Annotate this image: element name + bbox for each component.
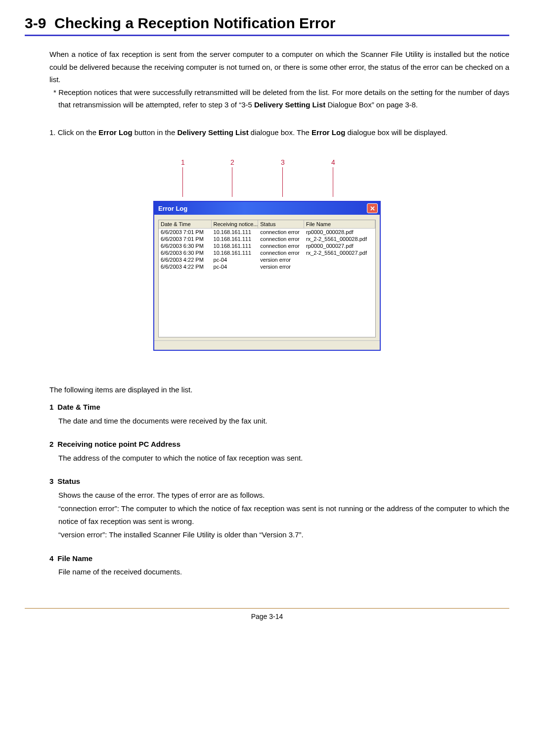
col-date-time[interactable]: Date & Time — [159, 220, 212, 228]
col-status[interactable]: Status — [258, 220, 304, 228]
table-cell: 10.168.161.111 — [212, 236, 259, 242]
table-cell: version error — [258, 263, 304, 270]
table-row[interactable]: 6/6/2003 6:30 PM10.168.161.111connection… — [159, 242, 375, 249]
close-button[interactable]: ✕ — [367, 203, 378, 213]
item-2: 2Receiving notice point PC Address The a… — [49, 438, 509, 464]
error-log-table[interactable]: Date & Time Receiving notice... Status F… — [158, 220, 376, 337]
item-1: 1Date & Time The date and time the docum… — [49, 401, 509, 427]
intro-paragraph: When a notice of fax reception is sent f… — [49, 48, 509, 86]
page-number: Page 3-14 — [251, 613, 283, 620]
col-file-name[interactable]: File Name — [304, 220, 375, 228]
table-cell: connection error — [258, 236, 304, 242]
table-cell: 10.168.161.111 — [212, 249, 259, 256]
table-cell: version error — [258, 256, 304, 263]
callout-3: 3 — [281, 158, 285, 197]
table-cell: 10.168.161.111 — [212, 229, 259, 236]
table-cell: pc-04 — [212, 263, 259, 270]
table-cell: 6/6/2003 6:30 PM — [159, 242, 212, 249]
table-cell: pc-04 — [212, 256, 259, 263]
table-cell: 6/6/2003 4:22 PM — [159, 256, 212, 263]
dialog-title: Error Log — [158, 205, 187, 212]
figure-error-log-dialog: 1 2 3 4 Error Log ✕ — [153, 158, 381, 351]
callout-4: 4 — [331, 158, 335, 197]
error-log-dialog: Error Log ✕ Date & Time Receiving notice… — [153, 201, 381, 351]
callout-1: 1 — [181, 158, 185, 197]
page-footer: Page 3-14 — [25, 608, 509, 620]
section-number: 3-9 — [25, 15, 46, 31]
table-row[interactable]: 6/6/2003 7:01 PM10.168.161.111connection… — [159, 229, 375, 236]
table-row[interactable]: 6/6/2003 4:22 PMpc-04version error — [159, 256, 375, 263]
item-4: 4File Name File name of the received doc… — [49, 552, 509, 578]
step-1: 1. Click on the Error Log button in the … — [49, 126, 509, 139]
table-cell: rp0000_000027.pdf — [304, 242, 375, 249]
close-icon: ✕ — [370, 205, 375, 212]
table-header-row: Date & Time Receiving notice... Status F… — [159, 220, 375, 229]
table-cell: 6/6/2003 6:30 PM — [159, 249, 212, 256]
table-cell: connection error — [258, 242, 304, 249]
section-heading: 3-9 Checking a Reception Notification Er… — [25, 10, 509, 36]
table-cell — [304, 256, 375, 263]
table-cell: 10.168.161.111 — [212, 242, 259, 249]
callout-2: 2 — [230, 158, 234, 197]
table-row[interactable]: 6/6/2003 6:30 PM10.168.161.111connection… — [159, 249, 375, 256]
table-cell: 6/6/2003 7:01 PM — [159, 229, 212, 236]
table-cell: rp0000_000028.pdf — [304, 229, 375, 236]
table-cell — [304, 263, 375, 270]
section-title-text: Checking a Reception Notification Error — [54, 15, 335, 31]
dialog-titlebar[interactable]: Error Log ✕ — [154, 202, 380, 215]
col-receiving-notice[interactable]: Receiving notice... — [212, 220, 259, 228]
table-row[interactable]: 6/6/2003 7:01 PM10.168.161.111connection… — [159, 236, 375, 242]
dialog-footer — [154, 340, 380, 350]
table-cell: rx_2-2_5561_000028.pdf — [304, 236, 375, 242]
item-3: 3Status Shows the cause of the error. Th… — [49, 475, 509, 541]
table-cell: connection error — [258, 249, 304, 256]
table-cell: connection error — [258, 229, 304, 236]
list-intro: The following items are displayed in the… — [49, 385, 509, 394]
note-paragraph: * Reception notices that were successful… — [49, 86, 509, 111]
table-cell: 6/6/2003 4:22 PM — [159, 263, 212, 270]
table-cell: 6/6/2003 7:01 PM — [159, 236, 212, 242]
table-row[interactable]: 6/6/2003 4:22 PMpc-04version error — [159, 263, 375, 270]
table-cell: rx_2-2_5561_000027.pdf — [304, 249, 375, 256]
